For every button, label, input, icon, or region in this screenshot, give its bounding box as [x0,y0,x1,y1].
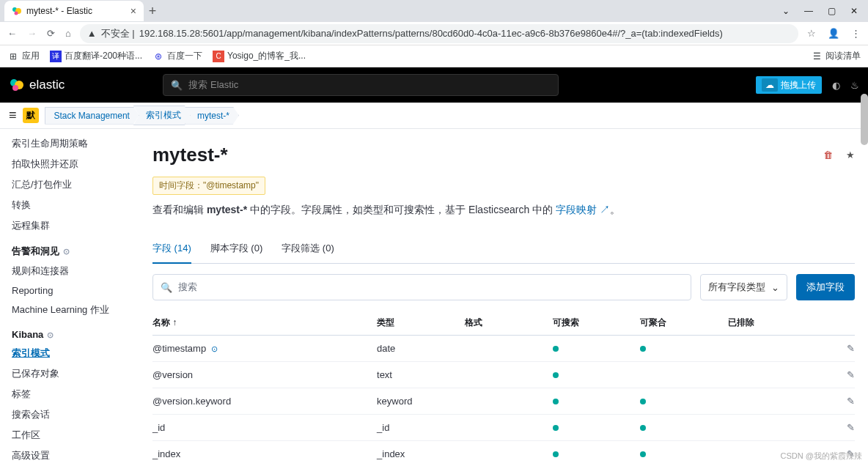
back-icon[interactable]: ← [7,28,17,39]
cell-aggregatable [640,396,728,407]
sidebar-item[interactable]: 转换 [12,195,136,215]
field-mapping-link[interactable]: 字段映射 ↗ [556,204,610,215]
field-search-input[interactable]: 🔍搜索 [152,274,691,300]
breadcrumb-item[interactable]: mytest-* [185,107,239,125]
chevron-down-icon: ⌄ [771,282,779,293]
favorite-icon[interactable]: ★ [846,149,855,160]
col-format[interactable]: 格式 [465,317,553,329]
bookmark-baidu[interactable]: ⊛百度一下 [152,50,202,62]
col-name[interactable]: 名称 ↑ [152,317,377,329]
scrollbar[interactable] [861,94,868,145]
bookmark-yosigo[interactable]: CYosigo_的博客_我... [213,50,306,62]
global-search[interactable]: 🔍 搜索 Elastic [163,74,559,96]
cell-searchable [553,448,641,459]
breadcrumb-item[interactable]: 索引模式 [133,106,191,125]
clock-icon: ⊙ [209,344,218,353]
cell-searchable [553,369,641,380]
col-aggregatable[interactable]: 可聚合 [640,317,728,329]
type-filter-select[interactable]: 所有字段类型⌄ [700,274,787,300]
edit-icon[interactable]: ✎ [847,422,855,433]
time-field-badge: 时间字段："@timestamp" [152,177,265,195]
cell-name: @version.keyword [152,396,377,407]
tab-scripted-fields[interactable]: 脚本字段 (0) [210,234,263,263]
window-controls: ⌄ — ▢ ✕ [782,6,868,16]
sidebar-item[interactable]: 远程集群 [12,215,136,236]
page-title: mytest-* [152,144,228,166]
maximize-icon[interactable]: ▢ [828,6,836,16]
cell-name: @version [152,369,377,380]
close-icon[interactable]: × [130,5,136,17]
table-header: 名称 ↑ 类型 格式 可搜索 可聚合 已排除 [152,311,855,336]
sidebar-section-kibana: Kibana ⊙ [12,320,136,343]
svg-point-5 [12,85,18,91]
breadcrumb: Stack Management 索引模式 mytest-* [45,106,239,125]
insecure-icon: ▲ [87,28,97,39]
url-text: 192.168.15.28:5601/app/management/kibana… [139,28,723,39]
reload-icon[interactable]: ⟳ [47,28,55,39]
cell-name: @timestamp ⊙ [152,343,377,354]
apps-icon: ⊞ [7,51,19,62]
home-icon[interactable]: ⌂ [65,28,71,39]
bookmark-baidu-translate[interactable]: 译百度翻译-200种语... [50,50,142,62]
content: mytest-* 🗑 ★ 时间字段："@timestamp" 查看和编辑 myt… [136,129,868,466]
tab-title: mytest-* - Elastic [26,6,126,16]
sidebar-item[interactable]: 高级设置 [12,445,136,466]
cell-type: _index [377,448,465,459]
cell-aggregatable [640,422,728,433]
new-tab-button[interactable]: + [144,4,161,19]
elastic-logo[interactable]: elastic [9,77,65,93]
sidebar-item[interactable]: 拍取快照并还原 [12,154,136,174]
sidebar-item[interactable]: 索引生命周期策略 [12,133,136,154]
sidebar-item[interactable]: Reporting [12,281,136,300]
sidebar-item[interactable]: 工作区 [12,425,136,445]
col-excluded[interactable]: 已排除 [728,317,816,329]
breadcrumb-item[interactable]: Stack Management [45,107,139,125]
minimize-icon[interactable]: — [804,6,813,16]
url-box[interactable]: ▲ 不安全 | 192.168.15.28:5601/app/managemen… [80,24,798,43]
sidebar-item[interactable]: 规则和连接器 [12,261,136,281]
cell-type: text [377,369,465,380]
news-icon[interactable]: ♨ [850,80,859,91]
profile-icon[interactable]: 👤 [828,28,839,39]
forward-icon[interactable]: → [27,28,37,39]
sidebar-item[interactable]: 汇总/打包作业 [12,174,136,195]
watermark: CSDN @我的紫霞辣辣 [781,451,862,462]
edit-icon[interactable]: ✎ [847,396,855,407]
reading-list-button[interactable]: ☰阅读清单 [811,50,861,62]
help-icon[interactable]: ◐ [832,80,840,91]
dot-icon [553,425,559,431]
close-window-icon[interactable]: ✕ [850,6,858,16]
tabs: 字段 (14) 脚本字段 (0) 字段筛选 (0) [152,234,855,264]
address-bar: ← → ⟳ ⌂ ▲ 不安全 | 192.168.15.28:5601/app/m… [0,22,868,45]
tab-field-filters[interactable]: 字段筛选 (0) [282,234,334,263]
tab-fields[interactable]: 字段 (14) [152,234,191,264]
browser-tab[interactable]: mytest-* - Elastic × [4,1,144,21]
sidebar-item[interactable]: 搜索会话 [12,404,136,425]
nav-toggle-icon[interactable]: ≡ [9,108,17,123]
sidebar-item[interactable]: 标签 [12,384,136,404]
col-type[interactable]: 类型 [377,317,465,329]
edit-icon[interactable]: ✎ [847,369,855,380]
cloud-icon: ☁ [762,78,778,92]
sidebar-item[interactable]: Machine Learning 作业 [12,300,136,320]
apps-button[interactable]: ⊞应用 [7,50,40,62]
browser-chrome: mytest-* - Elastic × + ⌄ — ▢ ✕ ← → ⟳ ⌂ ▲… [0,0,868,67]
menu-icon[interactable]: ⋮ [851,28,861,39]
delete-icon[interactable]: 🗑 [823,149,833,160]
controls: 🔍搜索 所有字段类型⌄ 添加字段 [152,274,855,300]
edit-icon[interactable]: ✎ [847,343,855,354]
col-searchable[interactable]: 可搜索 [553,317,641,329]
sidebar-item[interactable]: 已保存对象 [12,363,136,384]
upload-button[interactable]: ☁拖拽上传 [756,76,822,94]
cell-searchable [553,343,641,354]
cell-type: date [377,343,465,354]
dot-icon [553,372,559,378]
sidebar-item-index-patterns[interactable]: 索引模式 [12,343,136,363]
elastic-favicon [12,6,22,16]
info-icon: ⊙ [61,247,70,256]
default-space-badge[interactable]: 默 [23,108,39,123]
caret-down-icon[interactable]: ⌄ [782,6,790,16]
add-field-button[interactable]: 添加字段 [796,274,855,300]
star-icon[interactable]: ☆ [807,28,816,39]
main-layout: 索引生命周期策略 拍取快照并还原 汇总/打包作业 转换 远程集群 告警和洞见 ⊙… [0,129,868,466]
